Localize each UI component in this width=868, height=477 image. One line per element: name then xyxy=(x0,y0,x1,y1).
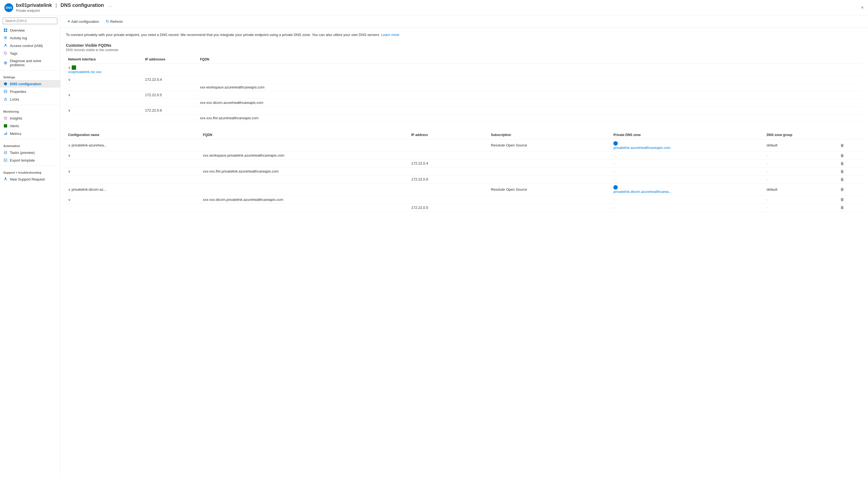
sidebar-item-export-template[interactable]: Export template xyxy=(0,156,60,164)
expand-cell-3: ∨ xyxy=(66,107,143,114)
expand-child-1-1-button[interactable]: ∨ xyxy=(68,154,71,157)
child-ip-1-1 xyxy=(409,151,489,159)
learn-more-link[interactable]: Learn more xyxy=(381,33,399,37)
sidebar-item-label: Diagnose and solve problems xyxy=(10,59,57,67)
close-button[interactable]: × xyxy=(861,5,864,10)
child-sub-1-1 xyxy=(489,151,611,159)
config-header-row: Configuration name FQDN IP address Subsc… xyxy=(66,131,863,139)
section-label-automation: Automation xyxy=(0,141,60,149)
private-dns-icon xyxy=(613,141,618,146)
header-title-block: bx01privatelink | DNS configuration ... … xyxy=(16,2,864,12)
child-dns-1-1: - xyxy=(611,151,765,159)
sidebar-item-new-support[interactable]: New Support Request xyxy=(0,175,60,183)
table-row: ∨ xxx.workspace.privatelink.azurehealthc… xyxy=(66,151,863,159)
sidebar-divider-3 xyxy=(0,139,60,139)
empty-cell-2 xyxy=(66,99,143,107)
col-config-subscription: Subscription xyxy=(489,131,611,139)
sidebar-item-insights[interactable]: Insights xyxy=(0,114,60,122)
expand-ip-button-2[interactable]: ∨ xyxy=(68,93,71,97)
delete-child-2-2-button[interactable]: 🗑 xyxy=(840,205,844,210)
sidebar-item-dns-configuration[interactable]: DNS configuration xyxy=(0,80,60,88)
sidebar-item-metrics[interactable]: Metrics xyxy=(0,130,60,138)
child-dns-2-2: - xyxy=(611,204,765,212)
add-configuration-button[interactable]: + Add configuration xyxy=(65,18,102,25)
config-name-1: privatelink-azurehea... xyxy=(72,143,107,147)
insights-icon xyxy=(3,116,8,120)
page-title: bx01privatelink | DNS configuration ... xyxy=(16,2,864,8)
sidebar-item-label: Activity log xyxy=(10,36,27,40)
child-group-2-2: - xyxy=(765,204,838,212)
private-dns-link-1[interactable]: privatelink.azurehealthcareapis.com xyxy=(613,146,762,150)
col-config-dns-group: DNS zone group xyxy=(765,131,838,139)
svg-rect-17 xyxy=(4,134,5,135)
table-row: 172.22.0.4 - - 🗑 xyxy=(66,159,863,167)
sidebar-item-alerts[interactable]: Alerts xyxy=(0,122,60,130)
more-options-icon[interactable]: ... xyxy=(108,2,112,8)
svg-rect-3 xyxy=(6,30,7,32)
table-row: 172.22.0.6 - - 🗑 xyxy=(66,175,863,183)
refresh-button[interactable]: ↻ Refresh xyxy=(103,18,126,25)
metrics-icon xyxy=(3,131,8,136)
sidebar-item-overview[interactable]: Overview xyxy=(0,26,60,34)
expand-ip-button[interactable]: ∨ xyxy=(68,78,71,82)
delete-child-2-1-button[interactable]: 🗑 xyxy=(840,197,844,202)
svg-point-8 xyxy=(5,53,5,53)
delete-child-1-4-button[interactable]: 🗑 xyxy=(840,177,844,182)
sidebar-search-container xyxy=(0,16,60,26)
expand-child-1-3-button[interactable]: ∨ xyxy=(68,170,71,173)
private-dns-link-2[interactable]: privatelink.dicom.azurehealthcarea... xyxy=(613,189,762,194)
delete-config-1-button[interactable]: 🗑 xyxy=(840,143,844,148)
sidebar-item-tasks[interactable]: Tasks (preview) xyxy=(0,149,60,156)
content-area: To connect privately with your private e… xyxy=(60,28,868,477)
empty-cell xyxy=(66,84,143,91)
tasks-icon xyxy=(3,150,8,155)
expand-config-2-button[interactable]: ∨ xyxy=(68,188,71,191)
access-control-icon xyxy=(3,43,8,48)
sidebar-item-diagnose[interactable]: Diagnose and solve problems xyxy=(0,57,60,69)
config-name-2: privatelink-dicom-az... xyxy=(72,187,106,191)
customer-fqdns-subtitle: DNS records visible to the customer xyxy=(66,48,863,52)
expand-config-1-button[interactable]: ∨ xyxy=(68,143,71,147)
child-empty-2-2 xyxy=(66,204,201,212)
config-name-cell-1: ∨ privatelink-azurehea... xyxy=(66,139,201,152)
child-action-1-3: 🗑 xyxy=(838,167,863,175)
delete-config-2-button[interactable]: 🗑 xyxy=(840,187,844,191)
child-empty-1-2 xyxy=(66,159,201,167)
sidebar-item-label: Tags xyxy=(10,51,17,56)
expand-ip-button-3[interactable]: ∨ xyxy=(68,109,71,112)
svg-point-10 xyxy=(4,83,7,85)
col-config-private-dns: Private DNS zone xyxy=(611,131,765,139)
fqdn-cell-1 xyxy=(198,76,863,84)
delete-child-1-2-button[interactable]: 🗑 xyxy=(840,161,844,166)
fqdn-cell-3 xyxy=(198,107,863,114)
sidebar-item-access-control[interactable]: Access control (IAM) xyxy=(0,42,60,50)
sidebar-item-properties[interactable]: Properties xyxy=(0,88,60,95)
dns-config-icon xyxy=(3,82,8,86)
search-input[interactable] xyxy=(3,18,57,24)
col-config-name: Configuration name xyxy=(66,131,201,139)
child-sub-1-4 xyxy=(489,175,611,183)
new-support-icon xyxy=(3,177,8,181)
sidebar-item-tags[interactable]: Tags xyxy=(0,50,60,57)
delete-child-1-3-button[interactable]: 🗑 xyxy=(840,169,844,174)
empty-ip-cell-3 xyxy=(143,114,198,122)
child-fqdn-2-1: xxx-xxx.dicom.privatelink.azurehealthcar… xyxy=(201,196,409,204)
sidebar-item-label: Metrics xyxy=(10,131,22,136)
config-group-cell-2: default xyxy=(765,183,838,196)
child-dns-1-4: - xyxy=(611,175,765,183)
table-row: ∨ 172.22.0.4 xyxy=(66,76,863,84)
delete-child-1-1-button[interactable]: 🗑 xyxy=(840,153,844,158)
sidebar-item-locks[interactable]: Locks xyxy=(0,95,60,103)
nic-ip-cell xyxy=(143,63,198,76)
child-action-1-4: 🗑 xyxy=(838,175,863,183)
sidebar-item-label: Access control (IAM) xyxy=(10,44,43,48)
expand-child-2-1-button[interactable]: ∨ xyxy=(68,198,71,202)
config-action-cell-2: 🗑 xyxy=(838,183,863,196)
add-configuration-label: Add configuration xyxy=(71,20,99,24)
sidebar-item-activity-log[interactable]: Activity log xyxy=(0,34,60,42)
nic-link[interactable]: xxxprivatelink.nic.xxx xyxy=(68,70,141,74)
child-expand-1-1: ∨ xyxy=(66,151,201,159)
expand-nic-button[interactable]: ∨ xyxy=(68,66,71,69)
table-row: ∨ 172.22.0.5 xyxy=(66,91,863,99)
sidebar-nav: Overview Activity log Access control (IA… xyxy=(0,26,60,477)
